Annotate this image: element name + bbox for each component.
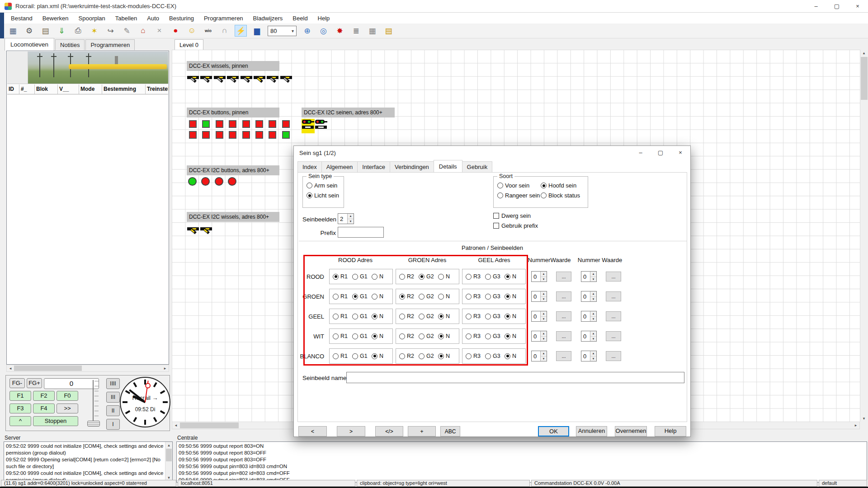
menu-spoorplan[interactable]: Spoorplan — [74, 14, 110, 23]
radio-g1[interactable]: G1 — [352, 353, 372, 359]
turnout-symbol[interactable] — [240, 75, 253, 86]
spinner-up-icon[interactable]: ▲ — [348, 214, 354, 219]
spinner-arrows[interactable]: ▲▼ — [540, 331, 547, 341]
radio-r2[interactable]: R2 — [399, 313, 419, 319]
menu-beeld[interactable]: Beeld — [288, 14, 312, 23]
radio-g2[interactable]: G2 — [419, 293, 438, 300]
radio-g1[interactable]: G1 — [352, 313, 372, 319]
nav-abc-button[interactable]: ABC — [440, 426, 460, 436]
spinner-up-icon[interactable]: ▲ — [541, 351, 547, 357]
ok-button[interactable]: OK — [538, 426, 569, 436]
col-treinstel[interactable]: Treinstel — [146, 84, 168, 94]
menu-besturing[interactable]: Besturing — [164, 14, 199, 23]
radio-g2[interactable]: G2 — [419, 273, 438, 280]
step-iiii[interactable]: IIII — [106, 378, 120, 389]
dialog-title-bar[interactable]: Sein sg1 (1/2) – ▢ × — [294, 146, 690, 160]
col-mode[interactable]: Mode — [79, 84, 102, 94]
step-i[interactable]: I — [106, 419, 120, 430]
centrale-log-box[interactable]: 09:50:56 9999 output report 803=ON09:50:… — [176, 441, 867, 483]
dialog-maximize-button[interactable]: ▢ — [651, 146, 670, 160]
nav-prev-button[interactable]: < — [298, 426, 327, 436]
radio-g3[interactable]: G3 — [485, 273, 505, 280]
locomotive-photo-row[interactable] — [7, 52, 168, 84]
radio-g1[interactable]: G1 — [352, 333, 372, 339]
wio-icon[interactable]: wio — [202, 25, 214, 37]
print-icon[interactable]: ⎙ — [72, 25, 84, 37]
menu-help[interactable]: Help — [313, 14, 335, 23]
radio-n[interactable]: N — [438, 273, 458, 280]
menu-bladwijzers[interactable]: Bladwijzers — [248, 14, 288, 23]
scrollbar-thumb[interactable] — [14, 366, 82, 371]
menu-tabellen[interactable]: Tabellen — [110, 14, 142, 23]
more-button[interactable]: ... — [606, 272, 621, 282]
headset-icon[interactable]: ∩ — [218, 25, 231, 37]
radio-g3[interactable]: G3 — [485, 313, 505, 319]
number-spinner[interactable]: 0▲▼ — [581, 271, 597, 282]
fg-plus-button[interactable]: FG+ — [27, 378, 42, 388]
spinner-up-icon[interactable]: ▲ — [541, 291, 547, 297]
spinner-arrows[interactable]: ▲▼ — [347, 214, 354, 224]
turnout-symbol[interactable] — [187, 227, 200, 238]
radio-n[interactable]: N — [372, 333, 391, 339]
spinner-down-icon[interactable]: ▼ — [590, 337, 596, 342]
spinner-down-icon[interactable]: ▼ — [590, 357, 596, 361]
dialog-tab-details[interactable]: Details — [434, 160, 462, 173]
zoom-dropdown[interactable]: 80 ▾ — [268, 26, 297, 36]
radio-n[interactable]: N — [372, 293, 391, 300]
throttle-slider-handle[interactable] — [87, 421, 100, 427]
radio-r1[interactable]: R1 — [333, 273, 352, 280]
radio-n[interactable]: N — [505, 353, 524, 359]
radio-g3[interactable]: G3 — [485, 293, 505, 300]
radio-g3[interactable]: G3 — [485, 353, 505, 359]
canvas-vertical-scrollbar[interactable]: ▴ ▾ — [860, 50, 868, 422]
properties-icon[interactable]: ⚙ — [23, 25, 35, 37]
more-button[interactable]: ... — [556, 331, 571, 341]
dialog-tab-verbindingen[interactable]: Verbindingen — [390, 161, 434, 173]
radio-n[interactable]: N — [505, 313, 524, 319]
maximize-button[interactable]: ▢ — [826, 0, 847, 13]
radio-rangeer-sein[interactable]: Rangeer sein — [497, 192, 541, 199]
f3-button[interactable]: F3 — [9, 404, 31, 413]
level-tab[interactable]: Level 0 — [175, 39, 203, 50]
notes-icon[interactable]: ≣ — [350, 25, 362, 37]
turnout-symbol[interactable] — [187, 75, 200, 86]
more-button[interactable]: ... — [606, 291, 621, 301]
push-button-red[interactable] — [202, 131, 210, 139]
push-button-red[interactable] — [269, 131, 276, 139]
scrollbar-thumb[interactable] — [180, 422, 239, 428]
alert-icon[interactable]: ✸ — [334, 25, 346, 37]
radio-r3[interactable]: R3 — [466, 353, 485, 359]
zoom-reset-icon[interactable]: ◎ — [317, 25, 330, 37]
radio-g2[interactable]: G2 — [419, 333, 438, 339]
radio-g3[interactable]: G3 — [485, 333, 505, 339]
push-button-red[interactable] — [189, 120, 197, 128]
tab-programmeren[interactable]: Programmeren — [85, 39, 135, 50]
spinner-arrows[interactable]: ▲▼ — [590, 272, 596, 282]
help-button[interactable]: Help — [655, 426, 686, 436]
signal-symbol[interactable] — [315, 119, 328, 133]
dialog-tab-interface[interactable]: Interface — [357, 161, 390, 173]
spinner-up-icon[interactable]: ▲ — [590, 331, 596, 337]
round-button-red[interactable] — [201, 177, 210, 186]
radio-r1[interactable]: R1 — [333, 353, 352, 359]
radio-r2[interactable]: R2 — [399, 293, 419, 300]
radio-n[interactable]: N — [372, 273, 391, 280]
radio-r1[interactable]: R1 — [333, 293, 352, 300]
radio-r3[interactable]: R3 — [466, 273, 485, 280]
spinner-up-icon[interactable]: ▲ — [541, 272, 547, 277]
calc-icon[interactable]: ▦ — [366, 25, 378, 37]
number-spinner[interactable]: 0▲▼ — [581, 331, 597, 342]
push-button-red[interactable] — [242, 120, 250, 128]
signal-symbol[interactable] — [302, 119, 315, 133]
go-icon[interactable]: ↪ — [104, 25, 117, 37]
seinbeeld-namen-input[interactable] — [346, 372, 684, 383]
spinner-arrows[interactable]: ▲▼ — [540, 291, 547, 301]
dialog-tab-gebruik[interactable]: Gebruik — [462, 161, 493, 173]
scrollbar-thumb[interactable] — [166, 449, 172, 461]
more-button[interactable]: ... — [606, 311, 621, 321]
save-icon[interactable]: ▤ — [39, 25, 52, 37]
spinner-down-icon[interactable]: ▼ — [541, 357, 547, 361]
scroll-down-icon[interactable]: ▾ — [860, 415, 868, 422]
spinner-arrows[interactable]: ▲▼ — [540, 311, 547, 321]
radio-n[interactable]: N — [372, 313, 391, 319]
